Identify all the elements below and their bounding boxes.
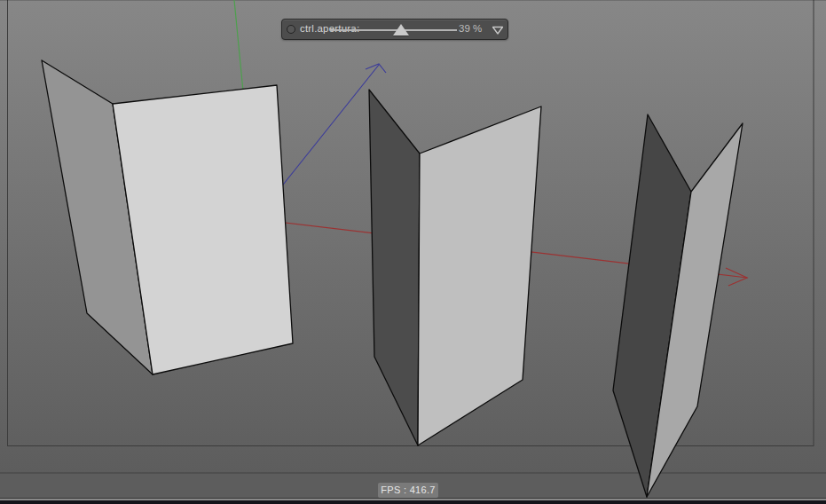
hud-parameter-slider[interactable]: ctrl.apertura: 39 % (281, 19, 508, 40)
folded-plane-left[interactable] (42, 60, 293, 374)
chevron-down-icon[interactable] (492, 26, 504, 35)
panel2-left-face[interactable] (369, 90, 420, 445)
slider-value: 39 % (459, 23, 482, 34)
application-window: ctrl.apertura: 39 % FPS : 416.7 (0, 0, 826, 504)
slider-handle-icon[interactable] (393, 24, 409, 35)
panel2-right-face[interactable] (418, 106, 541, 445)
parameter-circle-icon[interactable] (287, 25, 295, 34)
folded-plane-right[interactable] (613, 114, 743, 497)
parameter-label: ctrl.apertura: (300, 23, 359, 34)
fps-counter: FPS : 416.7 (378, 483, 438, 498)
folded-plane-middle[interactable] (369, 90, 541, 445)
window-bottom-bar (0, 500, 826, 504)
viewport-canvas[interactable] (0, 0, 826, 504)
